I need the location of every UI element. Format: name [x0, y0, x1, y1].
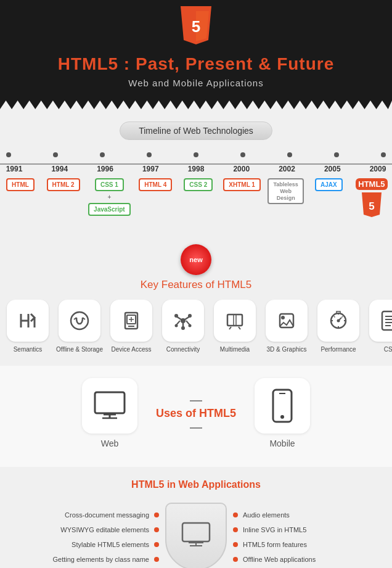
graphics-icon-box — [266, 300, 308, 342]
uses-web-label: Web — [101, 438, 119, 448]
tag-tableless: TablelessWebDesign — [267, 178, 303, 204]
dot-1994 — [53, 152, 58, 157]
multimedia-label: Multimedia — [220, 345, 250, 353]
uses-web: Web — [82, 378, 137, 448]
connectivity-label: Connectivity — [166, 345, 200, 353]
year-2000: 2000 — [232, 165, 251, 173]
multimedia-icon — [223, 309, 247, 332]
dot-2005 — [334, 152, 339, 157]
tag-css1: CSS 1 — [95, 178, 124, 191]
year-2005: 2005 — [323, 165, 341, 173]
uses-web-icon-box — [82, 378, 137, 434]
semantics-icon-box — [7, 300, 49, 342]
year-1994: 1994 — [51, 165, 69, 173]
html5-logo: 5 — [178, 6, 214, 48]
webapp-right-2: Inline SVG in HTML5 — [233, 526, 306, 533]
feature-storage: Offline & Storage — [54, 300, 105, 353]
header-title: HTML5 : Past, Present & Future — [0, 54, 392, 74]
webapp-rtext-4: Offline Web applications — [243, 556, 316, 563]
uses-mobile-icon-box — [255, 378, 310, 434]
storage-label: Offline & Storage — [56, 345, 103, 353]
timeline-section: Timeline of Web Technologies 1991 1994 1… — [0, 109, 392, 238]
webapp-text-4: Getting elements by class name — [52, 556, 149, 563]
tag-col-1991: HTML — [2, 178, 38, 191]
webapp-rdot-1 — [233, 512, 238, 517]
svg-point-15 — [188, 314, 192, 318]
plus-sign: + — [107, 194, 111, 200]
css-icon-box — [369, 300, 392, 342]
svg-point-5 — [71, 312, 88, 329]
webapp-dot-1 — [154, 512, 159, 517]
feature-performance: Performance — [313, 300, 364, 353]
webapps-title: HTML5 in Web Applications — [6, 479, 386, 490]
tag-col-2002: TablelessWebDesign — [267, 178, 303, 204]
year-1991: 1991 — [5, 165, 23, 173]
features-title: Key Features of HTML5 — [0, 279, 392, 291]
performance-icon-box — [317, 300, 359, 342]
svg-rect-37 — [95, 392, 125, 413]
dot-2009 — [381, 152, 386, 157]
svg-text:5: 5 — [192, 17, 200, 36]
webapp-text-1: Cross-document messaging — [65, 511, 149, 519]
svg-point-14 — [174, 314, 178, 318]
uses-arrow-left: — — [190, 393, 202, 406]
tag-ajax: AJAX — [315, 178, 343, 191]
webapp-dot-3 — [154, 542, 159, 547]
webapp-right-3: HTML5 form features — [233, 541, 307, 548]
header-zigzag — [0, 101, 392, 109]
mobile-icon — [270, 387, 295, 424]
tag-col-1994: HTML 2 — [46, 178, 81, 191]
storage-icon — [68, 309, 91, 332]
tag-col-1997: HTML 4 — [137, 178, 173, 191]
webapp-rtext-2: Inline SVG in HTML5 — [243, 526, 306, 533]
multimedia-icon-box — [214, 300, 256, 342]
features-section: new Key Features of HTML5 Semantics — [0, 238, 392, 366]
svg-rect-23 — [227, 315, 234, 326]
feature-multimedia: Multimedia — [210, 300, 260, 353]
connectivity-icon-box — [162, 300, 204, 342]
feature-device: Device Access — [106, 300, 157, 353]
uses-title-container: — Uses of HTML5 — — [156, 393, 236, 434]
uses-title: Uses of HTML5 — [156, 407, 236, 420]
tag-html: HTML — [6, 178, 35, 191]
feature-graphics: 3D & Graphics — [261, 300, 312, 353]
svg-point-42 — [280, 415, 284, 419]
uses-section: Web — Uses of HTML5 — Mobile — [0, 366, 392, 467]
css-label: CSS — [384, 345, 392, 353]
webapp-rdot-4 — [233, 557, 238, 562]
svg-point-19 — [175, 324, 178, 327]
svg-point-16 — [181, 326, 185, 330]
semantics-label: Semantics — [14, 345, 43, 353]
webapp-text-3: Stylable HTML5 elements — [71, 541, 149, 548]
tag-col-1998: CSS 2 — [181, 178, 216, 191]
webapp-rdot-3 — [233, 542, 238, 547]
timeline-tags: HTML HTML 2 CSS 1 + JavaScript HTML 4 CS… — [0, 178, 392, 220]
tag-html5-timeline: HTML5 — [356, 178, 387, 190]
dot-1998 — [194, 152, 198, 157]
webapp-dot-4 — [154, 557, 159, 562]
timeline-line — [0, 163, 392, 165]
webapp-rtext-1: Audio elements — [243, 511, 290, 519]
tag-col-2005: AJAX — [311, 178, 346, 191]
uses-arrow-right: — — [190, 420, 202, 434]
webapps-content: Cross-document messaging WYSIWYG editabl… — [6, 503, 386, 568]
svg-line-25 — [229, 327, 231, 329]
svg-rect-22 — [227, 315, 242, 326]
performance-icon — [327, 309, 350, 332]
svg-rect-24 — [236, 315, 242, 326]
feature-css: CSS — [365, 300, 392, 353]
center-shield — [165, 503, 227, 568]
tag-xhtml1: XHTML 1 — [223, 178, 261, 191]
webapp-text-2: WYSIWYG editable elements — [60, 526, 149, 533]
graphics-icon — [275, 309, 298, 332]
dot-1997 — [147, 152, 152, 157]
webapps-center: Web — [165, 503, 227, 568]
css-icon — [378, 309, 392, 332]
graphics-label: 3D & Graphics — [266, 345, 306, 353]
features-icons-row: Semantics Offline & Storage — [0, 300, 392, 353]
webapps-right: Audio elements Inline SVG in HTML5 HTML5… — [233, 511, 386, 569]
uses-row: Web — Uses of HTML5 — Mobile — [0, 378, 392, 448]
shield-monitor-icon — [178, 520, 214, 554]
timeline-label: Timeline of Web Technologies — [120, 121, 272, 140]
svg-point-21 — [189, 324, 192, 327]
